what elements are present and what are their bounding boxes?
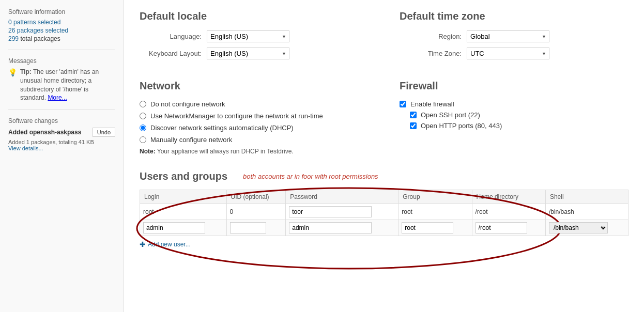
table-row: root 0 root /root /bin/bash <box>140 204 628 220</box>
root-uid: 0 <box>230 208 234 215</box>
language-select-wrapper: English (US) <box>207 30 289 42</box>
packages-link[interactable]: packages selected <box>17 27 68 34</box>
network-option2-row: Use NetworkManager to configure the netw… <box>140 112 369 120</box>
admin-uid-input[interactable] <box>230 222 266 233</box>
home-cell: /root <box>472 204 545 220</box>
patterns-stat: 0 patterns selected <box>8 19 115 26</box>
uid-cell <box>226 220 286 236</box>
region-select[interactable]: Global <box>467 30 549 42</box>
ssh-port-label: Open SSH port (22) <box>421 111 480 119</box>
network-radio-2[interactable] <box>140 113 146 119</box>
admin-home-input[interactable] <box>476 222 527 233</box>
network-radio-4[interactable] <box>140 136 146 143</box>
keyboard-select[interactable]: English (US) <box>207 48 289 59</box>
shell-select-wrapper: /bin/bash /bin/sh /sbin/nologin <box>549 222 608 233</box>
plus-icon: ✚ <box>140 240 146 248</box>
network-option3-row: Discover network settings automatically … <box>140 124 369 132</box>
messages-title: Messages <box>8 57 115 65</box>
network-option2-label: Use NetworkManager to configure the netw… <box>150 112 323 120</box>
admin-shell-select[interactable]: /bin/bash /bin/sh /sbin/nologin <box>549 222 608 233</box>
region-label: Region: <box>400 33 467 40</box>
http-port-checkbox[interactable] <box>410 122 417 129</box>
language-row: Language: English (US) <box>140 30 369 42</box>
timezone-title: Default time zone <box>400 10 628 22</box>
root-login: root <box>143 208 154 215</box>
timezone-select-wrapper: UTC <box>467 48 549 59</box>
network-radio-1[interactable] <box>140 101 146 107</box>
root-password-input[interactable] <box>289 206 372 217</box>
keyboard-row: Keyboard Layout: English (US) <box>140 48 369 59</box>
total-stat: 299 total packages <box>8 35 115 42</box>
firewall-section: Firewall Enable firewall Open SSH port (… <box>389 80 628 155</box>
enable-firewall-checkbox[interactable] <box>400 101 406 107</box>
network-section: Network Do not configure network Use Net… <box>140 80 389 155</box>
col-group: Group <box>398 190 472 204</box>
users-table: Login UID (optional) Password Group Home… <box>140 190 628 236</box>
note-text: Your appliance will always run DHCP in T… <box>157 148 294 155</box>
packages-stat: 26 packages selected <box>8 27 115 34</box>
total-count: 299 <box>8 35 19 42</box>
enable-firewall-label: Enable firewall <box>410 100 454 108</box>
timezone-row: Time Zone: UTC <box>400 48 628 59</box>
keyboard-label: Keyboard Layout: <box>140 50 207 57</box>
users-table-body: root 0 root /root /bin/bash <box>140 204 628 236</box>
note-bold: Note: <box>140 148 156 155</box>
network-title: Network <box>140 80 369 92</box>
users-title: Users and groups <box>140 170 227 182</box>
language-select[interactable]: English (US) <box>207 30 289 42</box>
table-row: /bin/bash /bin/sh /sbin/nologin <box>140 220 628 236</box>
http-port-label: Open HTTP ports (80, 443) <box>421 122 502 130</box>
root-group: root <box>402 208 412 215</box>
tip-text: Tip: The user 'admin' has an unusual hom… <box>20 68 115 102</box>
root-home: /root <box>476 208 488 215</box>
users-annotation: both accounts ar in foor with root permi… <box>243 173 378 180</box>
tip-icon: 💡 <box>8 68 17 102</box>
shell-cell: /bin/bash /bin/sh /sbin/nologin <box>545 220 628 236</box>
top-section: Default locale Language: English (US) Ke… <box>140 10 628 65</box>
network-radio-3[interactable] <box>140 124 146 131</box>
network-option4-row: Manually configure network <box>140 136 369 144</box>
packages-count: 26 <box>8 27 15 34</box>
group-cell <box>398 220 472 236</box>
language-label: Language: <box>140 33 207 40</box>
admin-group-input[interactable] <box>402 222 453 233</box>
http-port-row: Open HTTP ports (80, 443) <box>410 122 628 130</box>
network-note: Note: Your appliance will always run DHC… <box>140 148 369 155</box>
region-select-wrapper: Global <box>467 30 549 42</box>
patterns-link[interactable]: patterns selected <box>13 19 60 26</box>
add-user-link[interactable]: ✚ Add new user... <box>140 240 191 248</box>
password-cell <box>286 220 398 236</box>
software-info-title: Software information <box>8 8 115 15</box>
col-shell: Shell <box>545 190 628 204</box>
change-item: Added openssh-askpass Undo <box>8 128 115 137</box>
admin-password-input[interactable] <box>289 222 372 233</box>
software-changes: Software changes Added openssh-askpass U… <box>8 117 115 151</box>
col-login: Login <box>140 190 227 204</box>
network-option4-label: Manually configure network <box>150 136 232 144</box>
patterns-count: 0 <box>8 19 12 26</box>
messages-section: Messages 💡 Tip: The user 'admin' has an … <box>8 57 115 102</box>
timezone-section: Default time zone Region: Global Time Zo… <box>389 10 628 65</box>
ssh-port-checkbox[interactable] <box>410 112 417 118</box>
locale-section: Default locale Language: English (US) Ke… <box>140 10 389 65</box>
uid-cell: 0 <box>226 204 286 220</box>
total-label: total packages <box>20 35 60 42</box>
shell-cell: /bin/bash <box>545 204 628 220</box>
network-option3-label: Discover network settings automatically … <box>150 124 294 132</box>
col-uid: UID (optional) <box>226 190 286 204</box>
login-cell <box>140 220 227 236</box>
firewall-title: Firewall <box>400 80 628 92</box>
timezone-select[interactable]: UTC <box>467 48 549 59</box>
table-header-row: Login UID (optional) Password Group Home… <box>140 190 628 204</box>
more-link[interactable]: More... <box>48 94 67 101</box>
main-content: Default locale Language: English (US) Ke… <box>124 0 644 312</box>
view-details-link[interactable]: View details... <box>8 145 43 151</box>
admin-login-input[interactable] <box>143 222 205 233</box>
undo-button[interactable]: Undo <box>93 128 115 137</box>
region-row: Region: Global <box>400 30 628 42</box>
home-cell <box>472 220 545 236</box>
timezone-label: Time Zone: <box>400 50 467 57</box>
col-home: Home directory <box>472 190 545 204</box>
users-header: Users and groups both accounts ar in foo… <box>140 170 628 182</box>
change-detail: Added 1 packages, totaling 41 KB View de… <box>8 139 115 151</box>
